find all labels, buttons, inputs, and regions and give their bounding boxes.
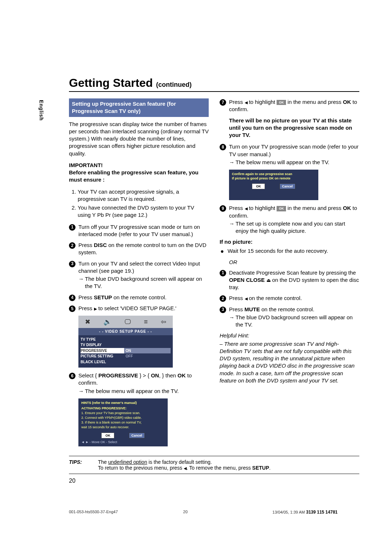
step-1: 1 Turn off your TV progressive scan mode… bbox=[69, 223, 209, 238]
setup-key: SETUP bbox=[252, 465, 269, 471]
wrench-icon: ✖ bbox=[85, 317, 90, 326]
speaker-icon: 🔈 bbox=[103, 317, 111, 326]
text: Press bbox=[229, 306, 245, 312]
text: The bbox=[98, 459, 108, 465]
footer-date-code: 13/04/05, 1:39 AM 3139 115 14781 bbox=[273, 510, 338, 515]
ok-chip-icon: OK bbox=[277, 206, 286, 211]
open-close-key: OPEN CLOSE bbox=[229, 277, 265, 283]
osd-confirm-dialog: Confirm again to use progressive scan If… bbox=[229, 170, 318, 200]
step-6: 6 Select { PROGRESSIVE } > { ON, } then … bbox=[69, 372, 209, 395]
step-2: 2 Press DISC on the remote control to tu… bbox=[69, 242, 209, 256]
text: . bbox=[269, 465, 271, 471]
osd-icon-bar: ✖ 🔈 🖵 ≡ ⇦ bbox=[78, 316, 173, 328]
step-body: Press to select 'VIDEO SETUP PAGE.' bbox=[78, 305, 209, 312]
language-tab: English bbox=[38, 100, 44, 121]
ensure-list: Your TV can accept progressive signals, … bbox=[69, 188, 209, 219]
text: Press bbox=[78, 242, 94, 248]
text: to highlight bbox=[248, 205, 277, 211]
progressive-key: PROGRESSIVE bbox=[98, 372, 138, 378]
osd-ok-button: OK bbox=[101, 433, 114, 438]
step-number-icon: 4 bbox=[69, 295, 75, 301]
ok-key: OK bbox=[343, 99, 351, 105]
ok-key: OK bbox=[343, 205, 351, 211]
osd-item: TV DISPLAY bbox=[81, 342, 124, 348]
eject-icon bbox=[266, 277, 271, 283]
step-4: 4 Press SETUP on the remote control. bbox=[69, 294, 209, 301]
step-body: Turn on your TV progressive scan mode (r… bbox=[229, 143, 359, 166]
step-7: 7 Press to highlight OK in the menu and … bbox=[220, 98, 359, 113]
deactivate-step-2: 2 Press on the remote control. bbox=[220, 295, 359, 302]
title-rule bbox=[69, 91, 359, 92]
footer-timestamp: 13/04/05, 1:39 AM bbox=[273, 510, 305, 514]
footer-filename: 001-053-hts5500-37-Eng47 bbox=[69, 510, 118, 515]
right-arrow-icon bbox=[94, 305, 97, 311]
step-body: Turn on your TV and select the correct V… bbox=[78, 260, 209, 290]
hints-subtitle: ACTIVATING PROGRESSIVE: bbox=[81, 406, 165, 410]
step-body: Press SETUP on the remote control. bbox=[78, 294, 209, 301]
text: Select { bbox=[78, 372, 98, 378]
text: Press bbox=[78, 305, 94, 311]
hints-line: wait 15 seconds for auto recover. bbox=[81, 425, 165, 429]
text: on the remote control. bbox=[260, 306, 314, 312]
osd-value-off: OFF bbox=[124, 353, 171, 359]
step-number-icon: 2 bbox=[220, 295, 226, 302]
osd-item-selected: PROGRESSIVE bbox=[81, 348, 124, 354]
page-title: Getting Started (continued) bbox=[69, 76, 359, 90]
text: Press bbox=[229, 295, 245, 301]
text: , } then bbox=[159, 372, 177, 378]
step-number-icon: 2 bbox=[69, 242, 75, 249]
text: Deactivate Progressive Scan feature by p… bbox=[229, 270, 356, 276]
ok-key: OK bbox=[177, 372, 186, 378]
ensure-item-2: You have connected the DVD system to you… bbox=[78, 204, 209, 219]
no-pic-wait: ● Wait for 15 seconds for the auto recov… bbox=[220, 247, 359, 255]
osd-menu-video-setup: ✖ 🔈 🖵 ≡ ⇦ - - VIDEO SETUP PAGE - - TV TY… bbox=[78, 316, 173, 368]
tips-label: TIPS: bbox=[69, 459, 91, 471]
footer-page: 20 bbox=[183, 510, 188, 515]
result-note: The below menu will appear on the TV. bbox=[78, 388, 209, 395]
setup-key: SETUP bbox=[94, 294, 112, 300]
confirm-line: Confirm again to use progressive scan bbox=[232, 172, 315, 176]
section-heading: Setting up Progressive Scan feature (for… bbox=[69, 98, 209, 117]
helpful-hint-label: Helpful Hint: bbox=[220, 332, 359, 339]
underline-text: underlined option bbox=[108, 459, 147, 465]
mute-key: MUTE bbox=[245, 306, 260, 312]
bullet-icon: ● bbox=[220, 247, 225, 255]
step-3: 3 Turn on your TV and select the correct… bbox=[69, 260, 209, 290]
left-arrow-icon bbox=[245, 295, 248, 301]
step-body: Press MUTE on the remote control. The bl… bbox=[229, 306, 359, 329]
text: To return to the previous menu, press bbox=[98, 465, 184, 471]
step-body: Turn off your TV progressive scan mode o… bbox=[78, 223, 209, 238]
if-no-picture-label: If no picture: bbox=[220, 238, 359, 246]
text: on the remote control. bbox=[112, 294, 167, 300]
text: Press bbox=[229, 205, 245, 211]
osd-item: TV TYPE bbox=[81, 337, 124, 343]
step-5: 5 Press to select 'VIDEO SETUP PAGE.' bbox=[69, 305, 209, 312]
on-key: ON bbox=[151, 372, 159, 378]
deactivate-step-3: 3 Press MUTE on the remote control. The … bbox=[220, 306, 359, 329]
text: Press bbox=[229, 99, 245, 105]
result-note: The blue DVD background screen will appe… bbox=[78, 275, 209, 290]
deactivate-step-1: 1 Deactivate Progressive Scan feature by… bbox=[220, 269, 359, 291]
left-column: Setting up Progressive Scan feature (for… bbox=[69, 98, 209, 451]
step-body: Press on the remote control. bbox=[229, 295, 359, 302]
warn-paragraph: There will be no picture on your TV at t… bbox=[229, 117, 359, 139]
manual-page: English Getting Started (continued) Sett… bbox=[0, 0, 392, 529]
hints-line: 1. Ensure your TV has progressive scan. bbox=[81, 411, 165, 415]
result-note: The blue DVD background screen will appe… bbox=[229, 314, 359, 329]
osd-title: - - VIDEO SETUP PAGE - - bbox=[78, 328, 173, 335]
page-number: 20 bbox=[69, 478, 359, 484]
step-body: Deactivate Progressive Scan feature by p… bbox=[229, 269, 359, 291]
exit-icon: ⇦ bbox=[161, 317, 166, 326]
osd-cancel-button: Cancel bbox=[279, 183, 295, 189]
result-note: The below menu will appear on the TV. bbox=[229, 159, 359, 166]
title-main: Getting Started bbox=[69, 76, 153, 89]
intro-paragraph: The progressive scan display twice the n… bbox=[69, 121, 209, 157]
ok-chip-icon: OK bbox=[277, 100, 286, 105]
text: Turn on your TV and select the correct V… bbox=[78, 260, 200, 274]
left-arrow-icon bbox=[184, 465, 187, 471]
osd-hints-dialog: HINTS (refer to the owner's manual) ACTI… bbox=[78, 398, 168, 446]
osd-cancel-button: Cancel bbox=[129, 433, 145, 438]
text: on the remote control. bbox=[248, 295, 302, 301]
hints-line: 2. Connect with YPbPr(GBR) video cable. bbox=[81, 416, 165, 420]
step-8: 8 Turn on your TV progressive scan mode … bbox=[220, 143, 359, 166]
